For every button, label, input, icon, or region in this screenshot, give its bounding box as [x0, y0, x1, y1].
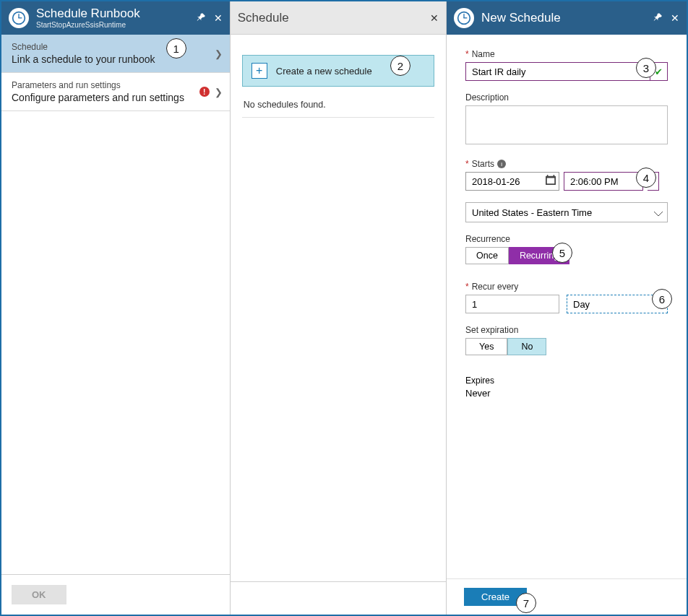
step-schedule[interactable]: Schedule Link a schedule to your runbook…: [1, 35, 230, 73]
create-schedule-label: Create a new schedule: [276, 66, 372, 77]
panel-subtitle: StartStopAzureSsisRuntime: [36, 21, 197, 30]
callout-4: 4: [636, 168, 656, 188]
svg-rect-6: [463, 14, 464, 18]
panel-title: Schedule: [238, 11, 430, 25]
plus-icon: +: [251, 63, 267, 79]
svg-rect-7: [463, 17, 467, 18]
close-icon[interactable]: ✕: [430, 12, 439, 24]
info-icon[interactable]: i: [497, 160, 506, 168]
pin-icon[interactable]: [197, 13, 205, 24]
panel-title: Schedule Runbook: [36, 6, 197, 21]
expiration-no-button[interactable]: No: [507, 338, 546, 355]
callout-2: 2: [390, 56, 410, 76]
description-label: Description: [465, 92, 509, 103]
new-schedule-body: *Name ✔ 3 Description *Startsi: [447, 35, 687, 615]
recurrence-label: Recurrence: [465, 234, 510, 244]
schedule-body: + Create a new schedule 2 No schedules f…: [231, 35, 446, 581]
description-input[interactable]: [465, 105, 668, 144]
schedule-runbook-body: Schedule Link a schedule to your runbook…: [1, 35, 230, 574]
step-desc: Configure parameters and run settings: [12, 92, 220, 103]
recur-number-input[interactable]: [465, 295, 559, 313]
recurrence-once-button[interactable]: Once: [465, 247, 509, 264]
set-expiration-label: Set expiration: [465, 325, 518, 335]
name-input[interactable]: [465, 62, 650, 81]
expires-label: Expires: [465, 376, 668, 386]
new-schedule-header: New Schedule ✕: [447, 1, 687, 35]
callout-1: 1: [166, 38, 186, 58]
start-date-input[interactable]: [465, 172, 559, 191]
schedule-panel: Schedule ✕ + Create a new schedule 2 No …: [231, 1, 447, 615]
step-label: Schedule: [12, 42, 220, 52]
recur-every-label: Recur every: [472, 282, 519, 292]
callout-5: 5: [552, 243, 572, 263]
timezone-select[interactable]: United States - Eastern Time: [465, 202, 668, 222]
svg-rect-2: [18, 14, 19, 18]
clock-icon: [454, 8, 474, 28]
schedule-runbook-panel: Schedule Runbook StartStopAzureSsisRunti…: [1, 1, 231, 615]
bottom-bar: [231, 581, 446, 615]
divider: [242, 117, 434, 118]
ok-button[interactable]: OK: [12, 585, 66, 604]
close-icon[interactable]: ✕: [214, 12, 223, 24]
start-time-input[interactable]: [564, 172, 643, 191]
pin-icon[interactable]: [653, 13, 662, 24]
callout-3: 3: [636, 58, 656, 78]
panel-title: New Schedule: [481, 11, 653, 25]
schedule-runbook-header: Schedule Runbook StartStopAzureSsisRunti…: [1, 1, 230, 35]
callout-7: 7: [516, 593, 536, 613]
callout-6: 6: [652, 289, 672, 309]
starts-label: Starts: [472, 159, 494, 169]
step-parameters[interactable]: Parameters and run settings Configure pa…: [1, 73, 230, 111]
no-schedules-text: No schedules found.: [244, 100, 433, 110]
clock-icon: [9, 8, 29, 28]
new-schedule-panel: New Schedule ✕ *Name ✔ 3: [447, 1, 687, 615]
svg-rect-3: [18, 17, 22, 18]
step-label: Parameters and run settings: [12, 80, 220, 90]
name-label: Name: [472, 49, 495, 59]
expires-value: Never: [465, 388, 668, 399]
schedule-header: Schedule ✕: [231, 1, 446, 35]
create-bar: Create 7: [447, 578, 687, 615]
ok-bar: OK: [1, 574, 230, 615]
error-icon: !: [199, 87, 210, 97]
create-new-schedule-button[interactable]: + Create a new schedule 2: [242, 55, 434, 87]
chevron-right-icon: ❯: [215, 48, 223, 59]
chevron-right-icon: ❯: [215, 87, 223, 97]
step-desc: Link a schedule to your runbook: [12, 53, 220, 65]
close-icon[interactable]: ✕: [671, 12, 679, 24]
expiration-yes-button[interactable]: Yes: [465, 338, 507, 355]
